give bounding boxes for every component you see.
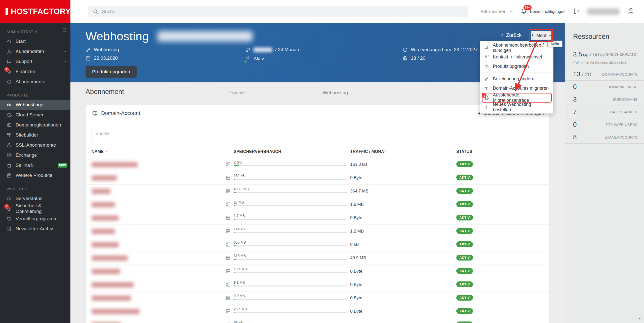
avatar[interactable] (627, 7, 635, 16)
sidebar-item-weitere-produkte[interactable]: Weitere Produkte (0, 170, 70, 180)
sidebar-item-cloud-server[interactable]: Cloud Server (0, 110, 70, 120)
menu-item-kontakt-halterwechsel[interactable]: Kontakt- / Halterwechsel (480, 52, 553, 62)
server-icon (226, 188, 231, 194)
status-badge: AKTIV (456, 215, 473, 220)
menu-item-neues-webhosting-bestellen[interactable]: Neues Webhosting bestellen (480, 102, 553, 112)
server-icon (226, 255, 231, 261)
menu-item-bezeichnung-ndern[interactable]: Bezeichnung ändern (480, 74, 553, 84)
sidebar-item-sellina[interactable]: Sellina®NEW (0, 160, 70, 170)
domain-account-row[interactable]: 144 kB1.2 MBAKTIV (86, 225, 549, 238)
calendar-icon (86, 56, 91, 61)
storage-usage: 1.7 MB (234, 214, 347, 218)
domain-account-row[interactable]: 1.7 MB0 ByteAKTIV (86, 211, 549, 225)
domain-account-row[interactable]: 2 GB161.3 kBAKTIV (86, 158, 549, 171)
storage-note: * Wird alle 24 Stunden aktualisiert. (573, 61, 637, 65)
domain-account-row[interactable]: 655 MB8 kBAKTIV (86, 238, 549, 251)
domain-account-row[interactable]: 9.1 MB0 ByteAKTIV (86, 278, 549, 292)
sidebar-item-sitebuilder[interactable]: Sitebuilder (0, 130, 70, 140)
column-header-traffic[interactable]: TRAFFIC / MONAT (350, 149, 386, 154)
resource-label: DOMAINALIASSE (607, 85, 637, 89)
notifications-button[interactable]: 69+ Benachrichtigungen (520, 8, 566, 15)
home-icon (7, 39, 12, 44)
redacted-domain-name (92, 255, 128, 261)
brand-logo[interactable]: HOSTFACTORY (0, 0, 70, 23)
logout-button[interactable] (573, 8, 580, 15)
abonnement-produkt-label: Produkt (228, 90, 245, 95)
sidebar-item-newsletter-archiv[interactable]: Newsletter-Archiv (0, 224, 70, 234)
domain-account-list: 2 GB161.3 kBAKTIV132 kB0 ByteAKTIV490.8 … (86, 158, 549, 323)
column-header-name[interactable]: NAME (92, 149, 108, 154)
domain-account-row[interactable]: 318 MB49.9 MBAKTIV (86, 251, 549, 265)
sortup-icon (105, 150, 108, 153)
redacted-domain-name (92, 202, 115, 207)
resource-label: DOMAINACCOUNTS (602, 72, 637, 76)
resource-storage: 3.5GB/50GB SPEICHERPLATZ* * Wird alle 24… (565, 47, 644, 68)
sidebar-item-abonnemente[interactable]: Abonnemente (0, 77, 70, 87)
sidebar-item-serverstatus[interactable]: Serverstatus (0, 193, 70, 204)
redacted-domain-name (92, 215, 119, 221)
doc-icon (7, 226, 12, 232)
scroll-down-hint[interactable] (637, 316, 642, 321)
menu-item-ausstehende-migrationsantr-ge[interactable]: 1Ausstehende Migrationsanträge (480, 93, 553, 102)
domain-account-row[interactable]: 9.9 MB0 ByteAKTIV (86, 292, 549, 305)
sidebar-collapse-icon[interactable] (62, 28, 66, 32)
notifications-count-badge: 69+ (523, 5, 532, 10)
pencil-icon (484, 77, 489, 81)
chevleft-icon (500, 33, 504, 37)
status-badge: AKTIV (456, 188, 473, 194)
sidebar-item-label: Sellina® (16, 163, 33, 168)
menu-item-domain-accounts-migrieren[interactable]: Domain-Accounts migrieren (480, 84, 553, 93)
refresh-icon (7, 79, 12, 84)
domain-account-row[interactable]: 27 MB1.6 MBAKTIV (86, 198, 549, 211)
search-input[interactable] (102, 9, 464, 14)
sidebar-item-exchange[interactable]: Exchange (0, 150, 70, 160)
sidebar-item-webhostings[interactable]: Webhostings (0, 100, 70, 110)
sidebar-item-ssl-abonnemente[interactable]: SSL-Abonnemente (0, 140, 70, 150)
account-select[interactable]: Bitte wählen (480, 9, 513, 14)
domain-account-row[interactable]: 25.4 MB0 ByteAKTIV (86, 305, 549, 318)
sidebar-item-kundendaten[interactable]: Kundendaten (0, 46, 70, 56)
sidebar-item-start[interactable]: Start (0, 36, 70, 46)
sidebar-item-support[interactable]: Support (0, 56, 70, 67)
meta-state: Aktiv (245, 55, 264, 62)
domain-account-row[interactable]: 490.8 MB364.7 MBAKTIV (86, 185, 549, 198)
more-button[interactable]: Mehr (531, 31, 551, 40)
new-badge: NEW (58, 163, 67, 168)
redacted-domain-name (92, 309, 140, 314)
domain-search-input[interactable] (92, 128, 161, 139)
storage-label: SPEICHERPLATZ* (606, 52, 637, 56)
topbar: Bitte wählen 69+ Benachrichtigungen (70, 0, 644, 23)
eye-icon (7, 102, 12, 108)
status-badge: AKTIV (456, 161, 473, 167)
resource-row-ftp-web-users: 0FTP-/WEB-USERS (565, 118, 644, 131)
menu-item-abonnement-bearbeiten-k-ndigen[interactable]: Abonnement bearbeiten / kündigen (480, 43, 553, 52)
server-icon (226, 309, 231, 314)
sidebar-item-vermittlerprogramm[interactable]: Vermittlerprogramm (0, 214, 70, 224)
meta-start-date: 22.03.2020 (86, 55, 118, 61)
sidebar-item-sicherheit-optimierung[interactable]: 7Sicherheit & Optimierung (0, 204, 70, 214)
storage-bar (234, 272, 347, 273)
menu-item-label: Bezeichnung ändern (493, 76, 534, 82)
logout-icon (573, 8, 580, 14)
resource-value: 0 (573, 83, 577, 91)
domain-account-row[interactable]: 15.4 MB0 ByteAKTIV (86, 265, 549, 278)
storage-usage: 144 kB (234, 227, 347, 231)
sidebar-item-finanzen[interactable]: 2Finanzen (0, 67, 70, 77)
sidebar-item-label: Exchange (16, 152, 37, 158)
menu-item-label: Produkt upgraden (493, 64, 529, 69)
upgrade-product-button[interactable]: Produkt upgraden (86, 66, 137, 78)
domain-account-row[interactable]: 68 kB0 ByteAKTIV (86, 318, 549, 323)
back-button[interactable]: Zurück (500, 32, 521, 38)
sidebar-item-domainregistrationen[interactable]: Domainregistrationen (0, 120, 70, 130)
column-header-speicherverbrauch[interactable]: SPEICHERVERBRAUCH (234, 149, 281, 154)
menu-item-produkt-upgraden[interactable]: Produkt upgraden (480, 62, 553, 71)
column-header-status[interactable]: STATUS (456, 149, 472, 154)
resource-value: 13/20 (573, 70, 591, 78)
sidebar-section-label: PRODUKTE (7, 93, 70, 97)
global-search[interactable] (88, 6, 468, 17)
redacted-domain-name (92, 282, 134, 287)
status-badge: AKTIV (456, 268, 473, 274)
personcirc-icon (627, 7, 635, 15)
domain-account-row[interactable]: 132 kB0 ByteAKTIV (86, 171, 549, 185)
traffic-value: 0 Byte (350, 309, 362, 314)
